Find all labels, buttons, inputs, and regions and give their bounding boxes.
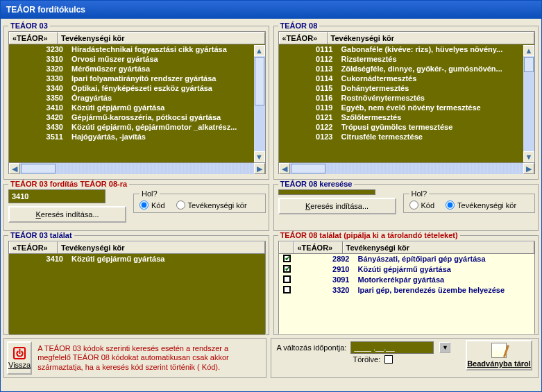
search03-button[interactable]: Keresés indítása... [8, 206, 126, 223]
teaor08-list[interactable]: 0111Gabonaféle (kivéve: rizs), hüvelyes … [279, 44, 535, 162]
table-row[interactable]: 2910Közúti gépjármű gyártása [279, 264, 535, 275]
search08-input[interactable] [278, 189, 375, 195]
store-button[interactable]: Beadványba tárol [466, 340, 532, 370]
result03-panel: TEÁOR 03 találat «TEÁOR» Tevékenységi kö… [3, 231, 269, 335]
combo-dropdown-button[interactable]: ▼ [439, 342, 450, 353]
table-row[interactable]: 3410Közúti gépjármű gyártása [9, 103, 265, 112]
teaor03-hscroll[interactable]: ◀▶ [9, 162, 265, 174]
table-row[interactable]: 3230Híradástechnikai fogyasztási cikk gy… [9, 44, 265, 54]
back-button[interactable]: ⏻ Vissza [7, 341, 32, 375]
table-row[interactable]: 0114Cukornádtermesztés [279, 74, 535, 83]
teaor03-vscroll[interactable]: ▲▼ [254, 45, 265, 162]
teaor08-legend: TEÁOR 08 [278, 22, 320, 30]
result03-col-activity[interactable]: Tevékenységi kör [58, 241, 265, 253]
search08-panel: TEÁOR 08 keresése Keresés indítása... Ho… [273, 180, 539, 231]
table-row[interactable]: 0112Rizstermesztés [279, 54, 535, 64]
table-row[interactable]: 3340Optikai, fényképészeti eszköz gyártá… [9, 83, 265, 93]
table-row[interactable]: 2892Bányászati, építőipari gép gyártása [279, 254, 535, 264]
teaor08-hscroll[interactable]: ◀▶ [279, 162, 535, 174]
deleted-checkbox[interactable] [384, 355, 393, 364]
table-row[interactable]: 3091Motorkerékpár gyártása [279, 275, 535, 285]
table-row[interactable]: 0123Citrusféle termesztése [279, 132, 535, 142]
change-date-label: A változás időpontja: [277, 343, 347, 352]
search08-hol: Hol? Kód Tevékenységi kör [403, 189, 536, 213]
row-checkbox[interactable] [283, 265, 291, 273]
row-checkbox[interactable] [283, 255, 291, 262]
search03-panel: TEÁOR 03 fordítás TEÁOR 08-ra 3410 Keres… [3, 180, 269, 231]
notepad-icon [491, 343, 507, 358]
search08-radio-code[interactable]: Kód [409, 201, 435, 210]
table-row[interactable]: 0119Egyéb, nem évelő növény termesztése [279, 103, 535, 112]
result03-col-code[interactable]: «TEÁOR» [9, 241, 58, 253]
window-title: TEÁOR fordítókulcs [1, 1, 541, 19]
result08-col-activity[interactable]: Tevékenységi kör [343, 241, 535, 253]
deleted-label: Törölve: [353, 355, 381, 364]
teaor08-col-code[interactable]: «TEÁOR» [279, 32, 328, 44]
result03-list[interactable]: 3410Közúti gépjármű gyártása [9, 254, 265, 334]
table-row[interactable]: 3410Közúti gépjármű gyártása [9, 254, 265, 264]
result08-panel: TEÁOR 08 találat (pipálja ki a tárolandó… [273, 231, 539, 335]
teaor08-panel: TEÁOR 08 «TEÁOR» Tevékenységi kör 0111Ga… [273, 22, 539, 180]
teaor03-col-code[interactable]: «TEÁOR» [9, 32, 58, 44]
search03-legend: TEÁOR 03 fordítás TEÁOR 08-ra [8, 180, 129, 188]
table-row[interactable]: 0113Zöldségféle, dinnye, gyökér-, gumósn… [279, 64, 535, 74]
search03-hol: Hol? Kód Tevékenységi kör [133, 189, 266, 213]
search03-input[interactable]: 3410 [8, 189, 105, 203]
result03-legend: TEÁOR 03 találat [8, 231, 74, 239]
teaor03-col-activity[interactable]: Tevékenységi kör [58, 32, 265, 44]
footer-warning: A TEÁOR 03 kódok szerinti keresés esetén… [37, 344, 262, 372]
teaor08-col-activity[interactable]: Tevékenységi kör [328, 32, 535, 44]
search08-button[interactable]: Keresés indítása... [278, 198, 396, 214]
teaor03-list[interactable]: 3230Híradástechnikai fogyasztási cikk gy… [9, 44, 265, 162]
change-date-combo[interactable]: ____ .__.__ [350, 341, 434, 354]
power-icon: ⏻ [13, 347, 26, 359]
teaor03-legend: TEÁOR 03 [8, 22, 50, 30]
table-row[interactable]: 3310Orvosi műszer gyártása [9, 54, 265, 64]
footer-right: Beadványba tárol A változás időpontja: _… [271, 338, 539, 378]
result08-col-code[interactable]: «TEÁOR» [294, 241, 343, 253]
teaor08-vscroll[interactable]: ▲▼ [523, 45, 534, 162]
search03-radio-activity[interactable]: Tevékenységi kör [176, 201, 247, 210]
table-row[interactable]: 3330Ipari folyamatirányító rendszer gyár… [9, 74, 265, 83]
row-checkbox[interactable] [283, 286, 291, 293]
row-checkbox[interactable] [283, 275, 291, 283]
result08-legend: TEÁOR 08 találat (pipálja ki a tárolandó… [278, 231, 460, 239]
table-row[interactable]: 0116Rostnövénytermesztés [279, 93, 535, 103]
table-row[interactable]: 0111Gabonaféle (kivéve: rizs), hüvelyes … [279, 44, 535, 54]
teaor03-panel: TEÁOR 03 «TEÁOR» Tevékenységi kör 3230Hí… [3, 22, 269, 180]
result08-list[interactable]: 2892Bányászati, építőipari gép gyártása2… [279, 254, 535, 334]
search08-radio-activity[interactable]: Tevékenységi kör [446, 201, 516, 210]
search03-radio-code[interactable]: Kód [139, 201, 165, 210]
search08-legend: TEÁOR 08 keresése [278, 180, 355, 188]
footer-left: ⏻ Vissza A TEÁOR 03 kódok szerinti keres… [3, 338, 266, 378]
table-row[interactable]: 0121Szőlőtermesztés [279, 112, 535, 122]
table-row[interactable]: 3511Hajógyártás, -javítás [9, 132, 265, 142]
table-row[interactable]: 3420Gépjármű-karosszéria, pótkocsi gyárt… [9, 112, 265, 122]
table-row[interactable]: 3430Közúti gépjármű, gépjárműmotor _alka… [9, 122, 265, 132]
table-row[interactable]: 0122Trópusi gyümölcs termesztése [279, 122, 535, 132]
table-row[interactable]: 0115Dohánytermesztés [279, 83, 535, 93]
table-row[interactable]: 3320Mérőműszer gyártása [9, 64, 265, 74]
table-row[interactable]: 3350Óragyártás [9, 93, 265, 103]
table-row[interactable]: 3320Ipari gép, berendezés üzembe helyezé… [279, 285, 535, 296]
